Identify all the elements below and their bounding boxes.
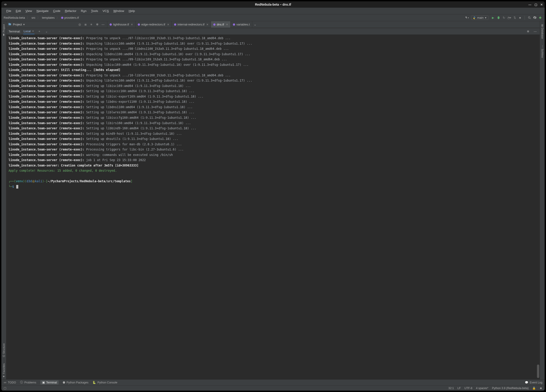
add-user-icon[interactable]: ▾ <box>464 16 469 20</box>
terraform-file-icon <box>174 23 176 26</box>
terminal-icon: ▣ <box>42 381 45 384</box>
right-tool-stripe: 🗄 Database ⋯ SciView <box>540 21 545 379</box>
status-bar: ▢ 32:1 LF UTF-8 4 spaces* Python 3.9 (Re… <box>1 385 545 391</box>
toolbar-divider <box>525 16 525 20</box>
menu-tools[interactable]: Tools <box>89 9 100 13</box>
status-interpreter[interactable]: Python 3.9 (RedNebula-beta) <box>492 387 529 390</box>
project-tool-header: Project ▾ ◎ ≣ ≡ ✻ — <box>8 21 107 28</box>
breadcrumb-separator-icon: 〉 <box>37 16 40 20</box>
editor-tab[interactable]: edge-redirectors.tf✕ <box>136 21 172 28</box>
tool-settings-button[interactable]: ✻ <box>95 22 99 27</box>
concurrency-button[interactable]: ⇅ <box>512 16 517 20</box>
tool-terminal[interactable]: ▣Terminal <box>40 380 58 385</box>
close-icon[interactable]: ✕ <box>226 23 228 26</box>
hide-tool-button[interactable]: — <box>101 22 105 27</box>
menu-vcs[interactable]: VCS <box>101 9 111 13</box>
window-maximize-button[interactable]: ▢ <box>534 3 537 6</box>
new-terminal-tab-button[interactable]: ＋ <box>37 29 42 33</box>
status-lock-icon[interactable]: 🔒 <box>532 386 536 390</box>
run-configuration-selector[interactable]: main ▾ <box>471 16 488 20</box>
close-icon[interactable]: ✕ <box>167 23 169 26</box>
sciview-icon: ⋯ <box>541 45 544 48</box>
close-icon[interactable]: ✕ <box>206 23 208 26</box>
tool-python-console[interactable]: 🐍Python Console <box>92 381 117 384</box>
terminal-settings-button[interactable]: ✻ <box>526 29 530 33</box>
terminal-dropdown-button[interactable]: ⌄ <box>44 29 49 33</box>
status-caret-position[interactable]: 32:1 <box>448 387 454 390</box>
tool-database-tab[interactable]: 🗄 Database <box>541 23 544 40</box>
menu-help[interactable]: Help <box>127 9 137 13</box>
ide-scripting-button[interactable] <box>538 16 542 20</box>
status-indent[interactable]: 4 spaces* <box>476 387 488 390</box>
status-encoding[interactable]: UTF-8 <box>464 387 472 390</box>
tool-todo[interactable]: ≔TODO <box>4 381 16 384</box>
breadcrumb-root[interactable]: RedNebula-beta <box>4 16 25 19</box>
breadcrumb[interactable]: RedNebula-beta 〉 src 〉 templates 〉 provi… <box>4 16 79 20</box>
coverage-button[interactable]: ↻ <box>502 16 506 20</box>
breadcrumb-separator-icon: 〉 <box>56 16 59 20</box>
breadcrumb-file[interactable]: providers.tf <box>61 16 79 19</box>
expand-all-button[interactable]: ≣ <box>83 22 88 27</box>
select-open-file-button[interactable]: ◎ <box>77 22 82 27</box>
tool-structure-tab[interactable]: ⌬ Structure <box>2 342 5 359</box>
tool-project-tab[interactable]: ▮ Project <box>2 23 5 38</box>
editor-tab[interactable]: dns.tf✕ <box>211 21 231 28</box>
app-logo-icon <box>4 3 7 6</box>
breadcrumb-separator-icon: 〉 <box>27 16 30 20</box>
breadcrumb-templates[interactable]: templates <box>42 16 55 19</box>
terraform-file-icon <box>110 23 112 26</box>
terminal-scrollbar[interactable] <box>537 365 539 378</box>
collapse-all-button[interactable]: ≡ <box>89 22 94 27</box>
tool-favorites-tab[interactable]: ★ Favorites <box>2 362 5 379</box>
menu-refactor[interactable]: Refactor <box>63 9 78 13</box>
tool-python-packages[interactable]: ⬢Python Packages <box>63 381 88 384</box>
breadcrumb-src[interactable]: src <box>32 16 35 19</box>
editor-tab[interactable]: lighthouse.tf✕ <box>107 21 136 28</box>
profile-button[interactable]: ◔▾ <box>507 16 512 20</box>
structure-icon: ⌬ <box>2 355 5 357</box>
menu-run[interactable]: Run <box>79 9 88 13</box>
search-everywhere-button[interactable] <box>527 16 532 20</box>
settings-button[interactable] <box>533 16 537 20</box>
tool-problems[interactable]: ⓘProblems <box>20 380 36 384</box>
terminal-output[interactable]: linode_instance.team-server (remote-exec… <box>6 35 540 379</box>
terminal-header: Terminal: Local ✕ ＋ ⌄ ✻ — <box>6 28 540 35</box>
chevron-down-icon[interactable]: ▾ <box>23 23 25 26</box>
left-tool-stripe: ▮ Project ⌬ Structure ★ Favorites <box>1 21 6 379</box>
hide-terminal-button[interactable]: — <box>533 29 537 33</box>
star-icon: ★ <box>2 375 5 378</box>
status-toggle-tools-button[interactable]: ▢ <box>4 386 6 390</box>
window-close-button[interactable]: ✕ <box>540 3 543 6</box>
chevron-down-icon: ▾ <box>485 16 487 19</box>
status-line-separator[interactable]: LF <box>457 387 461 390</box>
ide-window: RedNebula-beta – dns.tf — ▢ ✕ File Edit … <box>1 1 545 391</box>
terminal-tab-local[interactable]: Local ✕ <box>23 28 34 34</box>
terminal-title: Terminal: <box>9 30 20 33</box>
debug-button[interactable] <box>496 16 501 20</box>
prompt-user: d3d <box>26 180 32 183</box>
close-icon[interactable]: ✕ <box>131 23 133 26</box>
run-button[interactable]: ▶ <box>491 16 495 20</box>
stop-button[interactable]: ■ <box>518 16 522 20</box>
tab-label: variables.t <box>236 23 250 26</box>
status-profile-icon[interactable]: ☻ <box>540 387 542 390</box>
menu-view[interactable]: View <box>24 9 34 13</box>
window-titlebar: RedNebula-beta – dns.tf — ▢ ✕ <box>1 1 545 8</box>
main-menu-bar: File Edit View Navigate Code Refactor Ru… <box>1 8 545 14</box>
close-icon[interactable]: ✕ <box>32 30 34 33</box>
terraform-file-icon <box>138 23 140 26</box>
editor-tab[interactable]: internal-redirectors.tf✕ <box>172 21 211 28</box>
window-minimize-button[interactable]: — <box>528 3 531 6</box>
tabs-overflow-button[interactable]: ⌄ <box>252 21 258 28</box>
folder-icon: ▮ <box>2 33 5 37</box>
tool-sciview-tab[interactable]: ⋯ SciView <box>541 44 544 59</box>
bottom-tool-tabs: ≔TODO ⓘProblems ▣Terminal ⬢Python Packag… <box>1 379 545 385</box>
project-label[interactable]: Project <box>13 23 22 26</box>
menu-file[interactable]: File <box>5 9 13 13</box>
menu-window[interactable]: Window <box>112 9 126 13</box>
editor-tab[interactable]: variables.t <box>231 21 252 28</box>
menu-edit[interactable]: Edit <box>14 9 23 13</box>
menu-navigate[interactable]: Navigate <box>35 9 50 13</box>
tool-event-log[interactable]: 💬Event Log <box>525 381 542 384</box>
menu-code[interactable]: Code <box>51 9 62 13</box>
